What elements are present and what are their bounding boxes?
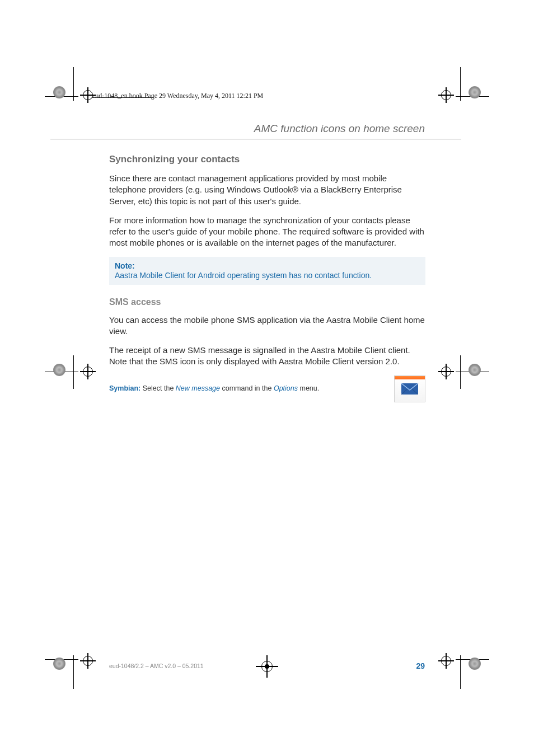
platform-label: Symbian: [109, 384, 140, 392]
instruction-text: Symbian: Select the New message command … [109, 384, 355, 392]
page-number: 29 [416, 661, 425, 670]
instruction-part: Select the [140, 384, 176, 392]
mail-icon [394, 375, 425, 402]
command-name: New message [176, 384, 220, 392]
menu-name: Options [274, 384, 298, 392]
instruction-part: command in the [220, 384, 274, 392]
paragraph: The receipt of a new SMS message is sign… [109, 345, 425, 368]
page-content: Synchronizing your contacts Since there … [109, 154, 425, 414]
paragraph: Since there are contact management appli… [109, 173, 425, 207]
heading-sync-contacts: Synchronizing your contacts [109, 154, 425, 165]
heading-sms-access: SMS access [109, 297, 425, 307]
running-head: AMC function icons on home screen [254, 123, 425, 135]
instruction-row: Symbian: Select the New message command … [109, 384, 425, 414]
note-title: Note: [115, 261, 420, 270]
instruction-part: menu. [298, 384, 319, 392]
note-box: Note: Aastra Mobile Client for Android o… [109, 257, 425, 285]
paragraph: You can access the mobile phone SMS appl… [109, 314, 425, 337]
footer-doc-id: eud-1048/2.2 – AMC v2.0 – 05.2011 [109, 663, 204, 669]
note-body: Aastra Mobile Client for Android operati… [115, 271, 420, 280]
running-head-rule [50, 139, 461, 139]
paragraph: For more information how to manage the s… [109, 215, 425, 249]
print-header-stamp: eud-1048_en.book Page 29 Wednesday, May … [92, 92, 263, 100]
